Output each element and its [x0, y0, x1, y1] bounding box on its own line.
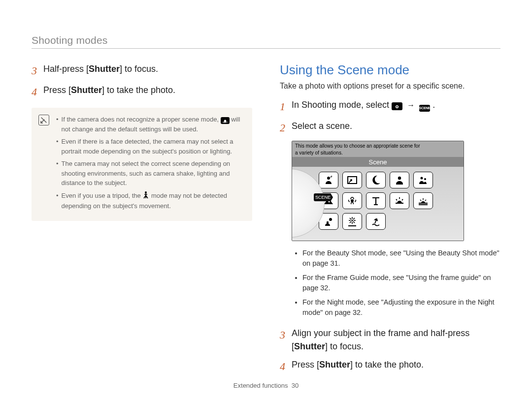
step-number: 1 — [280, 98, 287, 115]
svg-point-14 — [424, 178, 426, 180]
step-text: Half-press [Shutter] to focus. — [43, 62, 158, 76]
note-item: • If the camera does not recognize a pro… — [56, 115, 243, 134]
svg-point-18 — [351, 219, 353, 221]
text: If the camera does not recognize a prope… — [62, 116, 221, 123]
scene-beauty-shot-icon — [319, 172, 338, 188]
note-text: If the camera does not recognize a prope… — [62, 115, 243, 134]
arrow-icon: → — [407, 101, 415, 109]
svg-point-15 — [351, 199, 354, 202]
scene-children-icon — [413, 172, 433, 188]
step-4-left: 4 Press [Shutter] to take the photo. — [32, 84, 252, 100]
scene-closeup-icon — [342, 192, 362, 209]
scene-text-icon — [366, 192, 386, 209]
text: Press [ — [43, 85, 71, 95]
text: In Shooting mode, select — [292, 100, 392, 110]
text: . — [432, 100, 435, 110]
step-3-left: 3 Half-press [Shutter] to focus. — [32, 62, 252, 79]
page-footer: Extended functions 30 — [0, 382, 532, 389]
text: Press [ — [292, 360, 319, 370]
scene-portrait-icon — [390, 172, 409, 188]
note-icon — [38, 115, 49, 125]
svg-point-4 — [145, 191, 147, 193]
step-number: 4 — [280, 358, 287, 374]
step-text: Press [Shutter] to take the photo. — [43, 84, 175, 97]
scene-sunset-icon — [390, 192, 409, 209]
text: ] to focus. — [325, 341, 364, 351]
step-4-right: 4 Press [Shutter] to take the photo. — [280, 358, 500, 374]
bullet: • — [56, 137, 59, 156]
footer-label: Extended functions — [233, 382, 288, 389]
two-column-layout: 3 Half-press [Shutter] to focus. 4 Press… — [32, 62, 500, 379]
step-2-right: 2 Select a scene. — [280, 120, 500, 136]
camera-screen: This mode allows you to choose an approp… — [292, 141, 464, 241]
bullet: • — [56, 115, 59, 134]
section-header: Shooting modes — [32, 34, 500, 49]
svg-point-13 — [421, 177, 423, 180]
scene-mode-icon: SCENE — [419, 105, 430, 112]
note-text: Even if there is a face detected, the ca… — [62, 137, 243, 156]
scene-night-icon — [366, 172, 386, 188]
bullet-frame-guide: For the Frame Guide mode, see "Using the… — [302, 273, 500, 293]
screen-mode-label: Scene — [292, 157, 464, 167]
step-number: 3 — [32, 62, 38, 79]
tripod-person-icon — [142, 191, 149, 202]
step-number: 3 — [280, 327, 287, 343]
svg-point-8 — [397, 106, 398, 108]
screen-body: SCENE — [292, 167, 464, 241]
shutter-label: Shutter — [319, 360, 350, 370]
svg-rect-6 — [395, 103, 399, 105]
svg-rect-1 — [224, 118, 227, 120]
svg-point-9 — [327, 177, 330, 180]
scene-fireworks-icon — [342, 213, 362, 230]
step-1-right: 1 In Shooting mode, select → SCENE . — [280, 98, 500, 115]
bullet-night-mode: For the Night mode, see "Adjusting the e… — [302, 297, 500, 318]
section-heading: Using the Scene mode — [280, 62, 500, 78]
text: Half-press [ — [43, 64, 89, 74]
footer-page-number: 30 — [292, 382, 299, 389]
manual-page: Shooting modes 3 Half-press [Shutter] to… — [0, 0, 532, 401]
note-item: • Even if there is a face detected, the … — [56, 137, 243, 156]
scene-dawn-icon — [413, 192, 433, 209]
left-column: 3 Half-press [Shutter] to focus. 4 Press… — [32, 62, 252, 379]
shutter-label: Shutter — [294, 341, 325, 351]
text: ] to take the photo. — [350, 360, 424, 370]
note-box: • If the camera does not recognize a pro… — [32, 108, 252, 221]
step-text: In Shooting mode, select → SCENE . — [292, 98, 435, 112]
step-number: 2 — [280, 120, 287, 136]
note-item: • The camera may not select the correct … — [56, 159, 243, 188]
shutter-label: Shutter — [89, 64, 120, 74]
screen-banner: This mode allows you to choose an approp… — [292, 141, 464, 150]
screen-banner-line2: a variety of situations. — [292, 150, 464, 157]
text: Even if you use a tripod, the — [62, 192, 143, 199]
step-text: Press [Shutter] to take the photo. — [292, 358, 424, 371]
bullet: • — [56, 159, 59, 188]
right-column: Using the Scene mode Take a photo with o… — [280, 62, 500, 379]
note-text: The camera may not select the correct sc… — [62, 159, 243, 188]
step-text: Align your subject in the frame and half… — [292, 327, 500, 353]
intro-text: Take a photo with options preset for a s… — [280, 82, 500, 91]
step-text: Select a scene. — [292, 120, 352, 133]
svg-point-16 — [329, 218, 332, 221]
svg-text:SMART: SMART — [222, 122, 228, 123]
smart-camera-icon: SMART — [221, 117, 230, 124]
scene-beach-snow-icon — [366, 213, 386, 230]
svg-point-17 — [327, 221, 329, 223]
step-number: 4 — [32, 84, 38, 100]
svg-point-12 — [398, 177, 401, 180]
dial-scene-tab: SCENE — [314, 193, 333, 201]
bullet-beauty-shot: For the Beauty Shot mode, see "Using the… — [302, 248, 500, 269]
text: ] to focus. — [120, 64, 158, 74]
reference-bullets: For the Beauty Shot mode, see "Using the… — [291, 248, 500, 318]
text: ] to take the photo. — [102, 85, 175, 95]
scene-icon-grid — [319, 172, 460, 230]
note-item: • Even if you use a tripod, the mode may… — [56, 191, 243, 211]
scene-frame-guide-icon — [342, 172, 362, 188]
bullet: • — [56, 191, 59, 211]
note-text: Even if you use a tripod, the mode may n… — [62, 191, 243, 211]
step-3-right: 3 Align your subject in the frame and ha… — [280, 327, 500, 353]
camera-icon — [392, 102, 402, 110]
shutter-label: Shutter — [71, 85, 102, 95]
